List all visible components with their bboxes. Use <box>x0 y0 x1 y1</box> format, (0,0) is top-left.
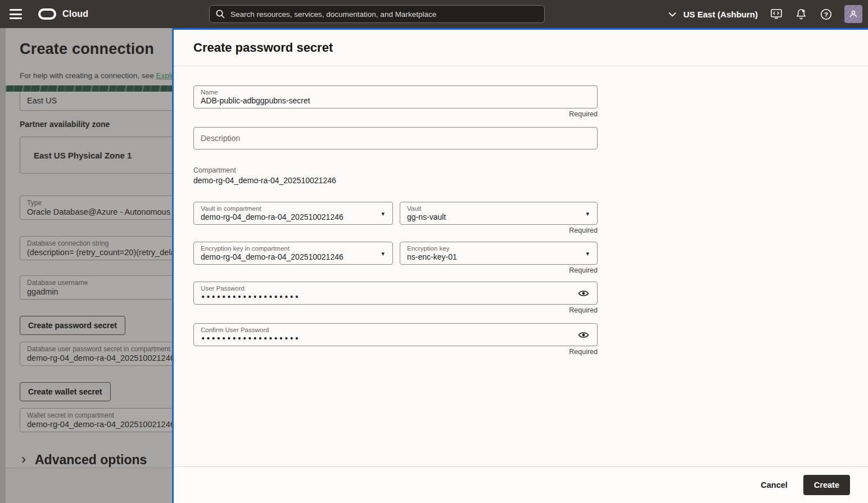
encryption-key-compartment-value: demo-rg-04_demo-ra-04_202510021246 <box>201 252 386 261</box>
person-icon <box>848 9 858 19</box>
brand-label: Cloud <box>62 9 88 19</box>
db-password-secret-label: Database user password secret in compart… <box>27 345 172 353</box>
decorative-banner <box>6 85 172 92</box>
name-value: ADB-public-adbggpubns-secret <box>201 96 590 105</box>
wallet-secret-label: Wallet secret in compartment <box>27 411 172 419</box>
confirm-password-value: ••••••••••••••••••• <box>201 334 572 343</box>
type-field: Type Oracle Database@Azure - Autonomous … <box>20 196 172 220</box>
show-password-eye-icon[interactable] <box>577 287 590 300</box>
profile-avatar[interactable] <box>844 5 862 23</box>
vault-required-hint: Required <box>400 226 598 234</box>
svg-text:?: ? <box>824 11 828 17</box>
connection-string-label: Database connection string <box>27 239 172 247</box>
encryption-key-select[interactable]: Encryption key ns-enc-key-01 ▾ <box>400 242 598 265</box>
database-username-label: Database username <box>27 279 172 287</box>
encryption-key-row: Encryption key in compartment demo-rg-04… <box>193 242 598 274</box>
panel-header: Create password secret <box>174 30 868 66</box>
dimmed-footer <box>6 468 172 503</box>
db-password-secret-field: Database user password secret in compart… <box>20 342 172 366</box>
encryption-key-label: Encryption key <box>407 245 590 252</box>
cancel-button[interactable]: Cancel <box>761 481 788 490</box>
compartment-label: Compartment <box>193 166 868 174</box>
create-connection-title: Create connection <box>20 40 172 58</box>
caret-down-icon: ▾ <box>586 210 589 217</box>
explore-link: Explore <box>156 71 172 80</box>
wallet-secret-value: demo-rg-04_demo-ra-04_202510021246 <box>27 420 172 429</box>
advanced-options-label: Advanced options <box>35 452 147 468</box>
confirm-password-field[interactable]: Confirm User Password ••••••••••••••••••… <box>193 323 598 346</box>
help-text: For help with creating a connection, see <box>20 71 156 80</box>
chevron-down-icon <box>668 12 676 17</box>
oracle-logo-icon <box>38 8 56 20</box>
panel-title: Create password secret <box>193 40 333 55</box>
connection-help-text: For help with creating a connection, see… <box>20 71 172 80</box>
vault-select[interactable]: Vault gg-ns-vault ▾ <box>400 202 598 225</box>
vault-value: gg-ns-vault <box>407 212 590 221</box>
description-field[interactable]: Description <box>193 127 598 149</box>
wallet-secret-field: Wallet secret in compartment demo-rg-04_… <box>20 408 172 432</box>
confirm-password-required-hint: Required <box>193 348 598 356</box>
db-password-secret-value: demo-rg-04_demo-ra-04_202510021246 <box>27 354 172 362</box>
connection-string-field: Database connection string (description=… <box>20 236 172 260</box>
search-input[interactable] <box>230 10 539 19</box>
oci-console: Cloud US East (Ashburn) ? <box>0 0 868 503</box>
type-field-label: Type <box>27 199 172 207</box>
chevron-right-icon: › <box>21 452 26 466</box>
create-password-secret-panel: Create password secret Name ADB-public-a… <box>172 28 868 503</box>
region-field: East US <box>20 92 172 111</box>
availability-zone-label: East US Physical Zone 1 <box>34 151 132 160</box>
partner-availability-zone-heading: Partner availability zone <box>20 120 110 129</box>
user-password-value: ••••••••••••••••••• <box>201 292 572 301</box>
description-placeholder: Description <box>201 134 240 143</box>
compartment-readonly: Compartment demo-rg-04_demo-ra-04_202510… <box>193 166 868 185</box>
user-password-label: User Password <box>201 285 572 292</box>
user-password-field[interactable]: User Password ••••••••••••••••••• <box>193 282 598 305</box>
encryption-key-compartment-label: Encryption key in compartment <box>201 245 386 252</box>
top-navigation-bar: Cloud US East (Ashburn) ? <box>0 0 868 28</box>
availability-zone-card: East US Physical Zone 1 <box>20 137 172 174</box>
panel-footer: Cancel Create <box>174 466 868 503</box>
database-username-value: ggadmin <box>27 287 172 296</box>
create-password-secret-button-bg: Create password secret <box>20 316 125 335</box>
encryption-key-required-hint: Required <box>400 266 598 274</box>
create-connection-panel: Create connection For help with creating… <box>6 28 172 468</box>
encryption-key-value: ns-enc-key-01 <box>407 252 590 261</box>
user-password-required-hint: Required <box>193 306 598 314</box>
vault-compartment-select[interactable]: Vault in compartment demo-rg-04_demo-ra-… <box>193 202 393 225</box>
advanced-options-toggle: › Advanced options <box>21 452 147 468</box>
name-field[interactable]: Name ADB-public-adbggpubns-secret <box>193 85 598 108</box>
vault-compartment-value: demo-rg-04_demo-ra-04_202510021246 <box>201 212 386 221</box>
dimmed-background: Create connection For help with creating… <box>0 28 172 503</box>
database-username-field: Database username ggadmin <box>20 275 172 300</box>
help-icon[interactable]: ? <box>820 8 832 20</box>
name-required-hint: Required <box>193 110 598 118</box>
hamburger-menu-icon[interactable] <box>8 8 23 20</box>
caret-down-icon: ▾ <box>586 250 589 257</box>
topbar-actions: US East (Ashburn) ? <box>668 0 862 28</box>
name-label: Name <box>201 89 590 96</box>
vault-compartment-label: Vault in compartment <box>201 205 386 212</box>
region-field-value: East US <box>27 96 172 105</box>
confirm-password-label: Confirm User Password <box>201 327 572 333</box>
region-label: US East (Ashburn) <box>683 10 758 19</box>
compartment-value: demo-rg-04_demo-ra-04_202510021246 <box>193 176 868 185</box>
search-icon <box>215 9 225 19</box>
notifications-bell-icon[interactable] <box>795 8 807 20</box>
caret-down-icon: ▾ <box>381 250 385 257</box>
panel-body: Name ADB-public-adbggpubns-secret Requir… <box>174 66 868 466</box>
vault-row: Vault in compartment demo-rg-04_demo-ra-… <box>193 202 598 234</box>
type-field-value: Oracle Database@Azure - Autonomous Datab <box>27 207 172 216</box>
global-search[interactable] <box>209 5 545 23</box>
connection-string-value: (description= (retry_count=20)(retry_del… <box>27 248 172 257</box>
cloud-shell-icon[interactable] <box>770 8 783 20</box>
caret-down-icon: ▾ <box>381 210 385 217</box>
region-selector[interactable]: US East (Ashburn) <box>668 10 758 19</box>
show-confirm-password-eye-icon[interactable] <box>577 328 590 342</box>
vault-label: Vault <box>407 205 590 212</box>
encryption-key-compartment-select[interactable]: Encryption key in compartment demo-rg-04… <box>193 242 393 265</box>
create-button[interactable]: Create <box>803 475 850 495</box>
create-wallet-secret-button: Create wallet secret <box>20 382 111 401</box>
